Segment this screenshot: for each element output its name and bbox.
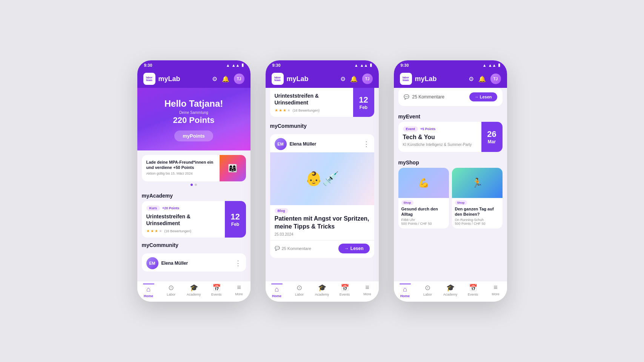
shop-item-2[interactable]: 🏃 Shop Den ganzen Tag auf den Beinen? On…: [452, 168, 503, 229]
reviews: (16 Bewertungen): [164, 229, 192, 233]
more-dots-2[interactable]: ⋮: [363, 140, 370, 148]
blog-badge: Blog: [275, 208, 288, 213]
home-label-1: Home: [144, 294, 153, 298]
academy-icon-3: 🎓: [446, 284, 455, 292]
nav-home-3[interactable]: ⌂ Home: [394, 284, 417, 298]
phone-3: 9:30 ▲ ▲▲ ▮ laborteam myLab ⚙ 🔔 TJ: [394, 60, 507, 302]
shop-section: 💪 Shop Gesund durch den Alltag Fitbit Uh…: [394, 168, 507, 232]
settings-icon-3[interactable]: ⚙: [469, 75, 474, 83]
comments-text-3: 25 Kommentare: [412, 94, 444, 100]
nav-events-2[interactable]: 📅 Events: [334, 284, 356, 298]
community-card-1: EM Elena Müller ⋮: [142, 253, 246, 272]
user-name-2: Elena Müller: [290, 141, 317, 147]
logo-text-3: laborteam: [403, 76, 409, 81]
wifi-icon-3: ▲: [483, 63, 487, 67]
shop-image-1: 💪: [398, 168, 449, 198]
comments-card: 💬 25 Kommentare → Lesen: [398, 88, 503, 106]
bell-icon-3[interactable]: 🔔: [478, 75, 486, 83]
shop-item-1[interactable]: 💪 Shop Gesund durch den Alltag Fitbit Uh…: [398, 168, 449, 229]
partial-academy-card[interactable]: Urinteststreifen & Urinsediment ★ ★ ★ ★ …: [270, 88, 374, 117]
shop-title-2: Den ganzen Tag auf den Beinen?: [452, 206, 503, 218]
community-section-header-2: myCommunity: [266, 118, 379, 131]
nav-labor-2[interactable]: ⊙ Labor: [288, 284, 311, 298]
promo-image: 👩‍👩‍👧: [220, 155, 246, 181]
pstar-4: ★: [287, 108, 290, 112]
bell-icon-2[interactable]: 🔔: [350, 75, 358, 83]
promo-card[interactable]: Lade deine MPA-Freund*innen ein und verd…: [142, 155, 246, 181]
nav-more-3[interactable]: ≡ More: [484, 284, 507, 298]
event-card[interactable]: Event +5 Points Tech & You KI Künstliche…: [398, 122, 503, 152]
more-label-2: More: [363, 292, 371, 296]
app-header-3: laborteam myLab ⚙ 🔔 TJ: [394, 70, 507, 88]
event-title: Tech & You: [403, 134, 477, 141]
star-4: ★: [159, 229, 162, 233]
nav-academy-1[interactable]: 🎓 Academy: [183, 284, 205, 298]
user-avatar-1: EM: [146, 257, 158, 269]
avatar-3[interactable]: TJ: [490, 74, 501, 84]
collection-label: Deine Sammlung: [145, 110, 243, 115]
academy-label-3: Academy: [443, 293, 458, 296]
labor-icon-3: ⊙: [425, 284, 430, 292]
shop-subtitle-1: Fitbit Uhr500 Points / CHF 50: [398, 218, 449, 229]
event-points: +5 Points: [420, 127, 435, 131]
logo-box-2: laborteam: [272, 73, 284, 85]
events-icon-3: 📅: [469, 284, 477, 292]
event-date-day: 26: [487, 129, 496, 139]
nav-more-1[interactable]: ≡ More: [228, 284, 251, 298]
app-header-2: laborteam myLab ⚙ 🔔 TJ: [266, 70, 379, 88]
more-icon-2: ≡: [365, 284, 369, 291]
event-body: Event +5 Points Tech & You KI Künstliche…: [398, 122, 481, 152]
home-label-2: Home: [272, 294, 281, 298]
nav-more-2[interactable]: ≡ More: [356, 284, 379, 298]
nav-home-2[interactable]: ⌂ Home: [266, 284, 288, 298]
nav-academy-2[interactable]: 🎓 Academy: [311, 284, 334, 298]
nav-labor-3[interactable]: ⊙ Labor: [417, 284, 439, 298]
header-icons-3: ⚙ 🔔 TJ: [469, 74, 501, 84]
my-points-button[interactable]: myPoints: [174, 130, 213, 141]
card-title: Urinteststreifen & Urinsediment: [146, 213, 220, 227]
nav-events-3[interactable]: 📅 Events: [462, 284, 484, 298]
status-icons-3: ▲ ▲▲ ▮: [483, 63, 500, 67]
nav-academy-3[interactable]: 🎓 Academy: [439, 284, 462, 298]
community-header-1: EM Elena Müller ⋮: [142, 253, 246, 272]
phones-container: 9:30 ▲ ▲▲ ▮ laborteam myLab ⚙ 🔔 TJ Hello…: [122, 45, 522, 317]
pstar-3: ★: [283, 108, 286, 112]
more-dots-1[interactable]: ⋮: [235, 259, 241, 267]
lesen-button-3[interactable]: → Lesen: [469, 92, 497, 101]
events-icon-2: 📅: [341, 284, 349, 292]
avatar-2[interactable]: TJ: [362, 74, 373, 84]
comment-icon-3: 💬: [404, 94, 409, 100]
academy-card-body: Kurs +20 Points Urinteststreifen & Urins…: [142, 201, 225, 238]
event-date-block: 26 Mar: [481, 122, 503, 152]
labor-label-2: Labor: [295, 293, 304, 296]
home-icon-3: ⌂: [403, 285, 407, 293]
partial-card-wrapper: Urinteststreifen & Urinsediment ★ ★ ★ ★ …: [270, 88, 374, 117]
lesen-button-2[interactable]: → Lesen: [338, 244, 370, 253]
star-3: ★: [155, 229, 158, 233]
settings-icon-1[interactable]: ⚙: [212, 75, 217, 83]
phone-2: 9:30 ▲ ▲▲ ▮ laborteam myLab ⚙ 🔔 TJ: [266, 60, 379, 302]
signal-icon-3: ▲▲: [488, 63, 496, 67]
app-header-1: laborteam myLab ⚙ 🔔 TJ: [137, 70, 251, 88]
scroll-body-1: Lade deine MPA-Freund*innen ein und verd…: [137, 150, 251, 281]
wifi-icon: ▲: [226, 63, 230, 67]
event-section-header: myEvent: [394, 109, 507, 122]
academy-section-header: myAcademy: [137, 188, 251, 201]
nav-home-1[interactable]: ⌂ Home: [137, 284, 160, 298]
nav-labor-1[interactable]: ⊙ Labor: [160, 284, 183, 298]
settings-icon-2[interactable]: ⚙: [340, 75, 346, 83]
scroll-body-2: Urinteststreifen & Urinsediment ★ ★ ★ ★ …: [266, 88, 379, 281]
event-badge: Event: [403, 126, 418, 132]
academy-card[interactable]: Kurs +20 Points Urinteststreifen & Urins…: [142, 201, 246, 238]
time-2: 9:30: [272, 63, 281, 67]
pstar-2: ★: [279, 108, 282, 112]
nav-events-1[interactable]: 📅 Events: [205, 284, 228, 298]
avatar-1[interactable]: TJ: [234, 74, 244, 84]
shop-grid: 💪 Shop Gesund durch den Alltag Fitbit Uh…: [398, 168, 503, 229]
partial-date-day: 12: [359, 95, 368, 105]
date-month: Feb: [231, 222, 239, 227]
bell-icon-1[interactable]: 🔔: [222, 75, 229, 83]
comments-label: 25 Kommentare: [282, 246, 311, 251]
community-user-1: EM Elena Müller: [146, 257, 188, 269]
points-display: 220 Points: [145, 115, 243, 125]
